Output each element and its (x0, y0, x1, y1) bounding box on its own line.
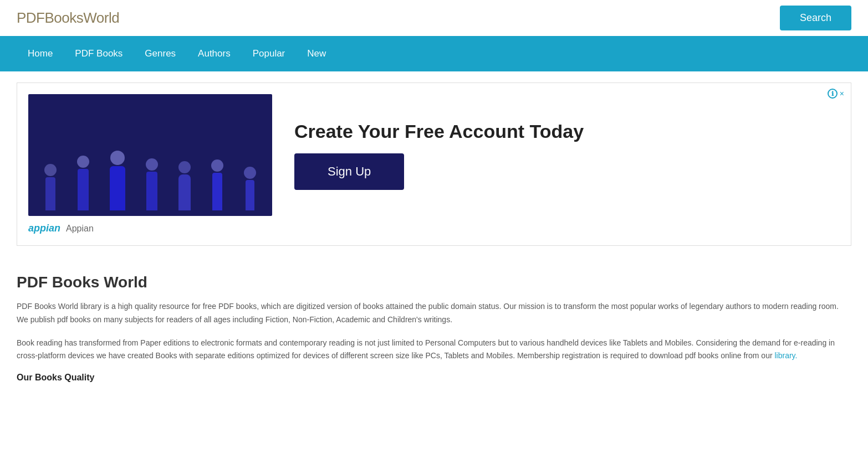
nav-genres[interactable]: Genres (134, 36, 187, 71)
figure-5 (178, 161, 191, 210)
ad-footer: appian Appian (28, 223, 840, 234)
header: PDFBooksWorld Search (0, 0, 868, 36)
advertiser-name: Appian (66, 224, 94, 234)
ad-text-area: Create Your Free Account Today Sign Up (294, 120, 840, 190)
advertiser-logo: appian (28, 223, 60, 234)
ad-image (28, 94, 272, 216)
nav-home[interactable]: Home (17, 36, 64, 71)
ad-headline: Create Your Free Account Today (294, 120, 840, 143)
figure-4 (146, 158, 158, 210)
figure-3 (110, 151, 125, 210)
ad-banner: ℹ × (17, 83, 851, 246)
ad-content: Create Your Free Account Today Sign Up (28, 94, 840, 216)
main-content: PDF Books World PDF Books World library … (0, 257, 868, 405)
nav-new[interactable]: New (296, 36, 337, 71)
description-paragraph-2: Book reading has transformed from Paper … (17, 337, 851, 363)
nav-pdf-books[interactable]: PDF Books (64, 36, 134, 71)
figure-1 (44, 164, 57, 210)
navbar: Home PDF Books Genres Authors Popular Ne… (0, 36, 868, 71)
nav-authors[interactable]: Authors (187, 36, 242, 71)
nav-popular[interactable]: Popular (242, 36, 297, 71)
description-paragraph-1: PDF Books World library is a high qualit… (17, 300, 851, 327)
figure-2 (77, 156, 89, 210)
signup-button[interactable]: Sign Up (294, 153, 404, 190)
search-button[interactable]: Search (780, 6, 851, 30)
site-logo[interactable]: PDFBooksWorld (17, 9, 119, 27)
ad-close-area[interactable]: ℹ × (828, 89, 844, 99)
ad-figures (28, 94, 272, 216)
section-heading: Our Books Quality (17, 373, 851, 383)
ad-info-icon[interactable]: ℹ (828, 89, 838, 99)
figure-7 (244, 167, 256, 210)
ad-close-icon[interactable]: × (840, 89, 844, 98)
library-link[interactable]: library. (775, 351, 798, 360)
figure-6 (211, 159, 223, 210)
page-title: PDF Books World (17, 274, 851, 291)
